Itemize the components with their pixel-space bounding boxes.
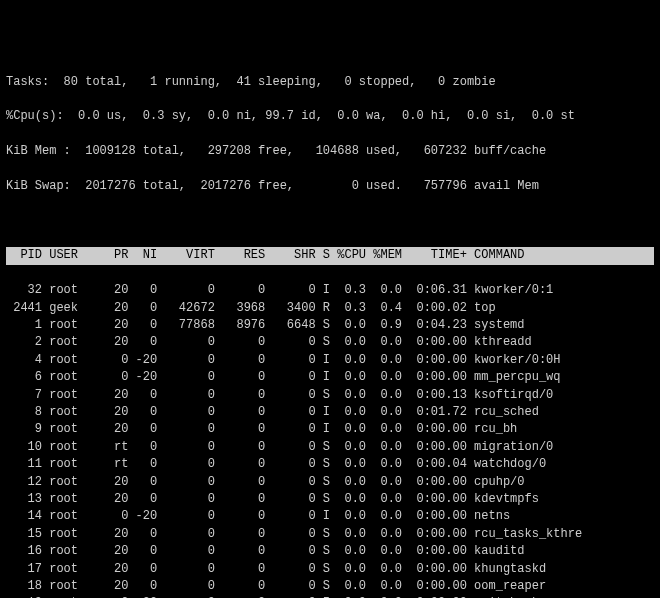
process-row: 13 root 20 0 0 0 0 S 0.0 0.0 0:00.00 kde… bbox=[6, 491, 654, 508]
process-row: 11 root rt 0 0 0 0 S 0.0 0.0 0:00.04 wat… bbox=[6, 456, 654, 473]
process-row: 18 root 20 0 0 0 0 S 0.0 0.0 0:00.00 oom… bbox=[6, 578, 654, 595]
process-row: 2441 geek 20 0 42672 3968 3400 R 0.3 0.4… bbox=[6, 300, 654, 317]
process-row: 1 root 20 0 77868 8976 6648 S 0.0 0.9 0:… bbox=[6, 317, 654, 334]
process-row: 10 root rt 0 0 0 0 S 0.0 0.0 0:00.00 mig… bbox=[6, 439, 654, 456]
process-row: 8 root 20 0 0 0 0 I 0.0 0.0 0:01.72 rcu_… bbox=[6, 404, 654, 421]
process-row: 4 root 0 -20 0 0 0 I 0.0 0.0 0:00.00 kwo… bbox=[6, 352, 654, 369]
process-row: 16 root 20 0 0 0 0 S 0.0 0.0 0:00.00 kau… bbox=[6, 543, 654, 560]
process-row: 12 root 20 0 0 0 0 S 0.0 0.0 0:00.00 cpu… bbox=[6, 474, 654, 491]
blank-line bbox=[6, 213, 654, 230]
process-row: 2 root 20 0 0 0 0 S 0.0 0.0 0:00.00 kthr… bbox=[6, 334, 654, 351]
summary-mem: KiB Mem : 1009128 total, 297208 free, 10… bbox=[6, 143, 654, 160]
summary-cpu: %Cpu(s): 0.0 us, 0.3 sy, 0.0 ni, 99.7 id… bbox=[6, 108, 654, 125]
process-row: 7 root 20 0 0 0 0 S 0.0 0.0 0:00.13 ksof… bbox=[6, 387, 654, 404]
process-header: PID USER PR NI VIRT RES SHR S %CPU %MEM … bbox=[6, 247, 654, 264]
summary-swap: KiB Swap: 2017276 total, 2017276 free, 0… bbox=[6, 178, 654, 195]
summary-tasks: Tasks: 80 total, 1 running, 41 sleeping,… bbox=[6, 74, 654, 91]
process-row: 14 root 0 -20 0 0 0 I 0.0 0.0 0:00.00 ne… bbox=[6, 508, 654, 525]
process-row: 32 root 20 0 0 0 0 I 0.3 0.0 0:06.31 kwo… bbox=[6, 282, 654, 299]
process-row: 17 root 20 0 0 0 0 S 0.0 0.0 0:00.00 khu… bbox=[6, 561, 654, 578]
process-row: 9 root 20 0 0 0 0 I 0.0 0.0 0:00.00 rcu_… bbox=[6, 421, 654, 438]
process-list: 32 root 20 0 0 0 0 I 0.3 0.0 0:06.31 kwo… bbox=[6, 282, 654, 598]
process-row: 15 root 20 0 0 0 0 S 0.0 0.0 0:00.00 rcu… bbox=[6, 526, 654, 543]
process-row: 6 root 0 -20 0 0 0 I 0.0 0.0 0:00.00 mm_… bbox=[6, 369, 654, 386]
